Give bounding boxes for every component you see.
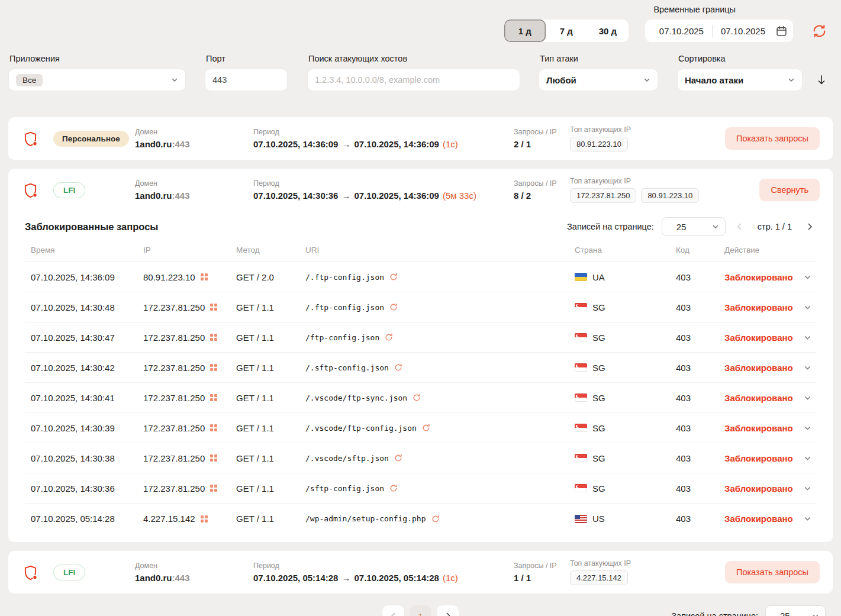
row-country-code: SG [592,363,605,373]
port-input[interactable] [212,75,280,85]
replay-request-icon[interactable] [431,515,440,523]
page-footer: 1 Записей на странице: 25 [8,603,833,616]
row-method: GET / 1.1 [230,302,299,312]
row-uri: /wp-admin/setup-config.php [305,514,426,523]
row-expand-icon[interactable] [804,394,811,402]
top-ip-chip[interactable]: 172.237.81.250 [570,188,636,203]
date-range-picker[interactable]: 07.10.2025 07.10.2025 [645,20,793,42]
period-end: 07.10.2025, 14:36:09 [354,191,439,201]
shield-alert-icon [24,183,38,198]
replay-request-icon[interactable] [389,273,398,281]
row-expand-icon[interactable] [804,273,811,281]
time-preset-group: 1 д 7 д 30 д [504,20,629,42]
table-prev-page-icon[interactable] [733,222,746,231]
replay-request-icon[interactable] [394,454,402,462]
refresh-icon[interactable] [812,24,827,38]
row-method: GET / 1.1 [230,453,299,463]
replay-request-icon[interactable] [394,363,402,372]
requests-ip-label: Запросы / IP [514,562,570,570]
row-ip: 172.237.81.250 [143,363,205,373]
attack-card-lfi-expanded: LFI Домен 1and0.ru:443 Период 07.10.2025… [8,169,833,542]
row-method: GET / 1.1 [230,423,299,433]
date-from-value[interactable]: 07.10.2025 [651,26,712,36]
show-requests-button[interactable]: Показать запросы [725,127,820,150]
row-expand-icon[interactable] [804,454,811,462]
top-ip-chip[interactable]: 80.91.223.10 [641,188,699,203]
col-country: Страна [569,246,670,254]
host-search-wrap [307,69,520,91]
apps-filter-select[interactable]: Все [8,69,186,91]
requests-ip-label: Запросы / IP [514,179,570,188]
next-page-button[interactable] [437,605,459,616]
chevron-down-icon [712,223,719,230]
preset-1d-button[interactable]: 1 д [504,20,546,42]
table-header-row: Время IP Метод URI Страна Код Действие [25,246,816,262]
prev-page-button[interactable] [382,605,404,616]
row-expand-icon[interactable] [804,304,811,311]
row-status-code: 403 [670,453,718,463]
shield-alert-icon [24,131,38,146]
sort-select[interactable]: Начало атаки [677,69,803,91]
period-label: Период [253,128,514,136]
row-expand-icon[interactable] [804,424,811,432]
domain-label: Домен [135,562,253,570]
port-filter-label: Порт [205,54,288,63]
calendar-icon[interactable] [776,25,787,37]
ip-grid-icon[interactable] [210,454,217,462]
row-ip: 172.237.81.250 [143,483,205,494]
ip-grid-icon[interactable] [210,334,217,341]
preset-30d-button[interactable]: 30 д [587,20,629,42]
ip-grid-icon[interactable] [210,364,217,371]
row-expand-icon[interactable] [804,485,811,492]
ip-grid-icon[interactable] [201,515,208,523]
page-1-button[interactable]: 1 [410,605,431,616]
attack-category-badge: LFI [53,182,85,198]
ip-grid-icon[interactable] [201,273,208,280]
row-expand-icon[interactable] [804,334,811,341]
table-next-page-icon[interactable] [803,222,816,231]
replay-request-icon[interactable] [385,333,393,341]
blocked-requests-section: Заблокированные запросы Записей на стран… [8,211,833,542]
preset-7d-button[interactable]: 7 д [546,20,587,42]
row-expand-icon[interactable] [804,515,811,523]
row-method: GET / 1.1 [230,483,299,494]
row-expand-icon[interactable] [804,364,811,372]
replay-request-icon[interactable] [413,394,421,402]
port-field-wrap [205,69,288,91]
per-page-select-bottom[interactable]: 25 [765,605,826,616]
ip-grid-icon[interactable] [210,424,217,431]
row-action-label: Заблокировано [724,272,793,282]
ip-grid-icon[interactable] [210,394,217,401]
row-time: 07.10.2025, 14:30:47 [25,333,137,343]
row-status-code: 403 [670,514,718,524]
row-action-label: Заблокировано [724,302,793,312]
apps-filter-chip[interactable]: Все [16,74,43,86]
show-requests-button[interactable]: Показать запросы [725,561,820,583]
col-uri: URI [299,246,569,254]
replay-request-icon[interactable] [389,484,398,492]
replay-request-icon[interactable] [422,424,430,432]
host-search-label: Поиск атакующих хостов [307,54,520,63]
top-ip-chip[interactable]: 80.91.223.10 [570,137,628,151]
attack-type-select[interactable]: Любой [539,69,658,91]
requests-ip-value: 8 / 2 [514,191,570,201]
attack-cards-list: Персональное Домен 1and0.ru:443 Период 0… [8,117,833,594]
blocked-requests-table-body: 07.10.2025, 14:36:09 80.91.223.10 GET / … [25,262,816,534]
period-start: 07.10.2025, 14:30:36 [253,191,338,201]
row-ip: 172.237.81.250 [143,423,205,433]
row-status-code: 403 [670,333,718,343]
row-time: 07.10.2025, 14:30:41 [25,393,137,403]
period-duration: (1с) [443,573,458,583]
date-to-value[interactable]: 07.10.2025 [713,26,774,36]
period-start: 07.10.2025, 14:36:09 [253,139,338,149]
per-page-select[interactable]: 25 [662,217,726,236]
country-flag [575,394,587,402]
per-page-value: 25 [676,222,687,232]
host-search-input[interactable] [315,75,513,85]
ip-grid-icon[interactable] [210,485,217,492]
replay-request-icon[interactable] [389,303,398,311]
top-ip-chip[interactable]: 4.227.15.142 [570,570,628,585]
ip-grid-icon[interactable] [210,304,217,311]
collapse-requests-button[interactable]: Свернуть [759,179,820,201]
sort-direction-icon[interactable] [817,69,826,91]
